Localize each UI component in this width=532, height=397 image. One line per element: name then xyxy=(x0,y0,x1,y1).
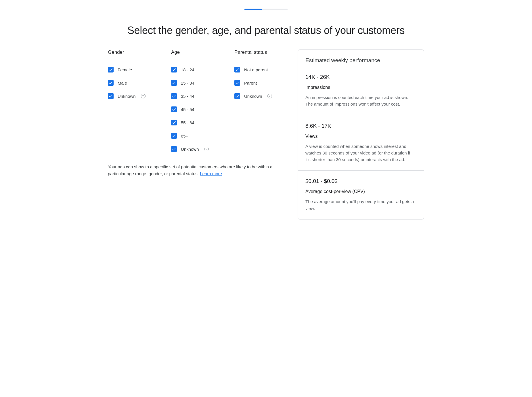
progress-bar xyxy=(244,9,288,10)
metric-block: 8.6K - 17KViewsA view is counted when so… xyxy=(298,115,424,171)
age-checkbox-item[interactable]: Unknown? xyxy=(171,146,226,152)
gender-checkbox-item[interactable]: Unknown? xyxy=(108,93,162,99)
metric-label: Average cost-per-view (CPV) xyxy=(305,189,416,194)
checkbox-label: Unknown xyxy=(181,147,199,152)
page-title: Select the gender, age, and parental sta… xyxy=(23,24,509,37)
gender-checkbox-list: FemaleMaleUnknown? xyxy=(108,67,162,99)
age-checkbox-list: 18 - 2425 - 3435 - 4445 - 5455 - 6465+Un… xyxy=(171,67,226,152)
checkbox-icon[interactable] xyxy=(171,106,177,112)
parental-checkbox-item[interactable]: Unknown? xyxy=(234,93,289,99)
parental-column: Parental status Not a parentParentUnknow… xyxy=(234,49,289,152)
help-icon[interactable]: ? xyxy=(204,147,209,151)
age-checkbox-item[interactable]: 45 - 54 xyxy=(171,106,226,112)
checkbox-label: 18 - 24 xyxy=(181,67,194,72)
performance-title: Estimated weekly performance xyxy=(298,50,424,66)
metrics-container: 14K - 26KImpressionsAn impression is cou… xyxy=(298,66,424,219)
performance-panel: Estimated weekly performance 14K - 26KIm… xyxy=(298,49,424,220)
description-text: Your ads can show to a specific set of p… xyxy=(108,163,280,177)
checkbox-label: Unknown xyxy=(118,94,136,99)
gender-checkbox-item[interactable]: Female xyxy=(108,67,162,72)
age-checkbox-item[interactable]: 18 - 24 xyxy=(171,67,226,72)
checkbox-icon[interactable] xyxy=(171,120,177,125)
checkbox-icon[interactable] xyxy=(108,67,114,72)
checkbox-label: 35 - 44 xyxy=(181,94,194,99)
metric-label: Impressions xyxy=(305,85,416,90)
checkbox-label: 45 - 54 xyxy=(181,107,194,112)
description-body: Your ads can show to a specific set of p… xyxy=(108,164,272,176)
columns-container: Gender FemaleMaleUnknown? Age 18 - 2425 … xyxy=(108,49,289,152)
checkbox-label: 55 - 64 xyxy=(181,120,194,125)
parental-checkbox-item[interactable]: Not a parent xyxy=(234,67,289,72)
help-icon[interactable]: ? xyxy=(267,94,272,98)
checkbox-label: Not a parent xyxy=(244,67,268,72)
age-column: Age 18 - 2425 - 3435 - 4445 - 5455 - 646… xyxy=(171,49,226,152)
metric-label: Views xyxy=(305,134,416,139)
metric-value: 14K - 26K xyxy=(305,74,416,80)
metric-block: $0.01 - $0.02Average cost-per-view (CPV)… xyxy=(298,171,424,219)
checkbox-label: Female xyxy=(118,67,132,72)
metric-description: An impression is counted each time your … xyxy=(305,94,416,108)
age-checkbox-item[interactable]: 65+ xyxy=(171,133,226,139)
checkbox-label: Unknown xyxy=(244,94,262,99)
checkbox-label: Male xyxy=(118,81,127,85)
metric-block: 14K - 26KImpressionsAn impression is cou… xyxy=(298,66,424,115)
checkbox-icon[interactable] xyxy=(171,67,177,72)
metric-description: The average amount you'll pay every time… xyxy=(305,198,416,212)
gender-checkbox-item[interactable]: Male xyxy=(108,80,162,86)
age-checkbox-item[interactable]: 35 - 44 xyxy=(171,93,226,99)
learn-more-link[interactable]: Learn more xyxy=(200,171,222,176)
checkbox-icon[interactable] xyxy=(171,133,177,139)
checkbox-icon[interactable] xyxy=(234,67,240,72)
checkbox-icon[interactable] xyxy=(171,80,177,86)
progress-container xyxy=(23,9,509,10)
checkbox-icon[interactable] xyxy=(234,93,240,99)
checkbox-icon[interactable] xyxy=(171,146,177,152)
help-icon[interactable]: ? xyxy=(141,94,146,98)
age-checkbox-item[interactable]: 25 - 34 xyxy=(171,80,226,86)
gender-heading: Gender xyxy=(108,49,162,55)
parental-checkbox-list: Not a parentParentUnknown? xyxy=(234,67,289,99)
checkbox-icon[interactable] xyxy=(108,80,114,86)
checkbox-label: Parent xyxy=(244,81,257,85)
gender-column: Gender FemaleMaleUnknown? xyxy=(108,49,162,152)
checkbox-icon[interactable] xyxy=(108,93,114,99)
parental-heading: Parental status xyxy=(234,49,289,55)
checkbox-label: 25 - 34 xyxy=(181,81,194,85)
checkbox-icon[interactable] xyxy=(171,93,177,99)
parental-checkbox-item[interactable]: Parent xyxy=(234,80,289,86)
main-layout: Gender FemaleMaleUnknown? Age 18 - 2425 … xyxy=(108,49,424,220)
checkbox-icon[interactable] xyxy=(234,80,240,86)
left-panel: Gender FemaleMaleUnknown? Age 18 - 2425 … xyxy=(108,49,289,220)
metric-value: $0.01 - $0.02 xyxy=(305,178,416,184)
metric-value: 8.6K - 17K xyxy=(305,123,416,129)
progress-fill xyxy=(244,9,262,10)
age-heading: Age xyxy=(171,49,226,55)
age-checkbox-item[interactable]: 55 - 64 xyxy=(171,120,226,125)
metric-description: A view is counted when someone shows int… xyxy=(305,143,416,163)
checkbox-label: 65+ xyxy=(181,133,188,138)
